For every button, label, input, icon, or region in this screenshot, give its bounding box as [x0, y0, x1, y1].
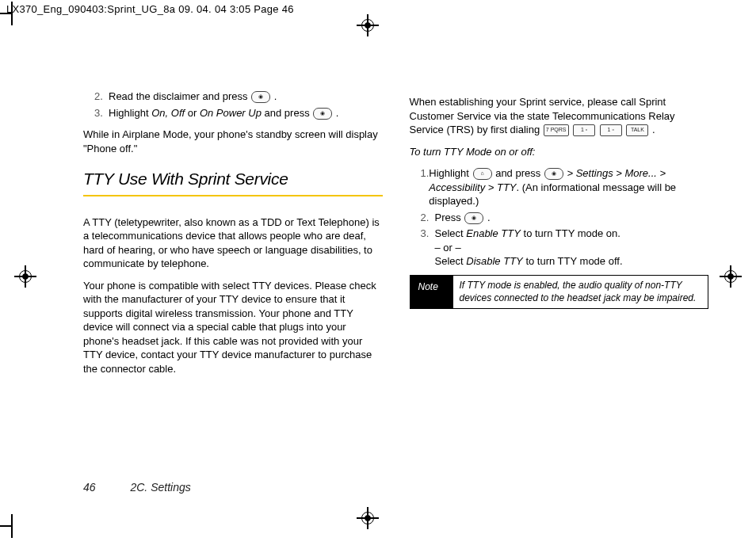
crop-mark-top: [0, 13, 13, 14]
menu-key-icon: ◉: [313, 108, 332, 120]
step-2-text: Read the disclaimer and press: [109, 90, 250, 102]
tty-paragraph-1: A TTY (teletypewriter, also known as a T…: [83, 215, 383, 271]
step3-pre: Highlight: [109, 107, 151, 119]
s3-or: – or –: [435, 242, 461, 254]
note-label: Note: [410, 276, 453, 308]
key-1b: 1 ▫: [600, 124, 622, 136]
left-column: 2. Read the disclaimer and press ◉ . 3. …: [83, 87, 383, 501]
step-3: 3. Highlight On, Off or On Power Up and …: [94, 106, 383, 120]
key-1: 1 ▫: [573, 124, 595, 136]
s3c: Select: [435, 255, 467, 267]
s3d: to turn TTY mode off.: [523, 255, 623, 267]
crop-mark-bottom: [0, 525, 13, 527]
airplane-note: While in Airplane Mode, your phone's sta…: [83, 128, 383, 155]
step3-post: and press: [265, 107, 313, 119]
step3-opts1: On, Off: [151, 107, 188, 119]
key-7: 7 PQRS: [544, 124, 569, 136]
registration-mark-left: [14, 265, 36, 288]
s3a: Select: [435, 227, 467, 239]
s3b: to turn TTY mode on.: [521, 227, 620, 239]
s1b: and press: [493, 167, 544, 179]
menu-key-icon: ◉: [464, 212, 483, 224]
menu-key-icon: ◉: [544, 168, 563, 180]
tty-paragraph-2: Your phone is compatible with select TTY…: [83, 279, 383, 376]
page-body: 2. Read the disclaimer and press ◉ . 3. …: [83, 87, 708, 501]
section-name: 2C. Settings: [130, 481, 190, 494]
procedure-title: To turn TTY Mode on or off:: [410, 145, 709, 159]
page-footer: 46 2C. Settings: [83, 481, 191, 494]
right-column: When establishing your Sprint service, p…: [410, 87, 709, 501]
s1a: Highlight: [429, 167, 472, 179]
tty-step-3: 3. Select Enable TTY to turn TTY mode on…: [421, 227, 709, 269]
s3-enable: Enable TTY: [466, 227, 521, 239]
registration-mark-bottom: [357, 507, 379, 529]
page-number: 46: [83, 481, 96, 494]
menu-key-icon: ◉: [251, 91, 270, 103]
tty-step-2: 2. Press ◉ .: [421, 211, 709, 225]
trs-intro: When establishing your Sprint service, p…: [410, 95, 709, 137]
s2: Press: [435, 212, 464, 223]
step3-or: or: [188, 107, 200, 119]
registration-mark-top: [357, 14, 379, 36]
note-box: Note If TTY mode is enabled, the audio q…: [410, 275, 709, 309]
trs-intro-b: .: [652, 124, 655, 135]
tty-step-1: 1. Highlight ⌂ and press ◉ > Settings > …: [421, 166, 709, 208]
s3-disable: Disable TTY: [466, 255, 523, 267]
step3-opts2: On Power Up: [200, 107, 265, 119]
home-key-icon: ⌂: [473, 168, 492, 180]
section-heading-tty: TTY Use With Sprint Service: [83, 168, 383, 196]
key-talk: TALK: [626, 124, 648, 136]
note-text: If TTY mode is enabled, the audio qualit…: [453, 276, 708, 308]
print-header: LX370_Eng_090403:Sprint_UG_8a 09. 04. 04…: [6, 3, 294, 15]
registration-mark-right: [720, 265, 742, 288]
step-2: 2. Read the disclaimer and press ◉ .: [94, 90, 383, 104]
